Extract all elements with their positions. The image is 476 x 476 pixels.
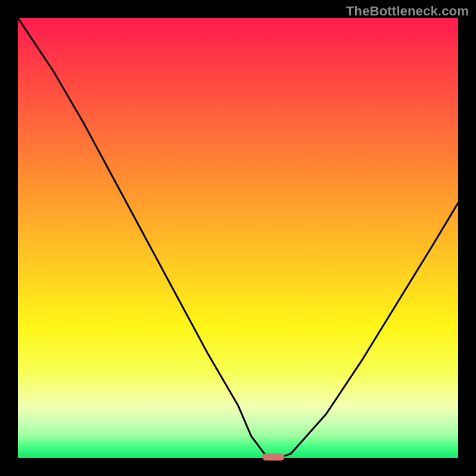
watermark-text: TheBottleneck.com	[346, 4, 469, 19]
plot-area	[18, 18, 458, 458]
bottleneck-curve	[18, 18, 458, 458]
chart-frame: TheBottleneck.com	[0, 0, 476, 476]
optimal-marker	[262, 453, 284, 461]
